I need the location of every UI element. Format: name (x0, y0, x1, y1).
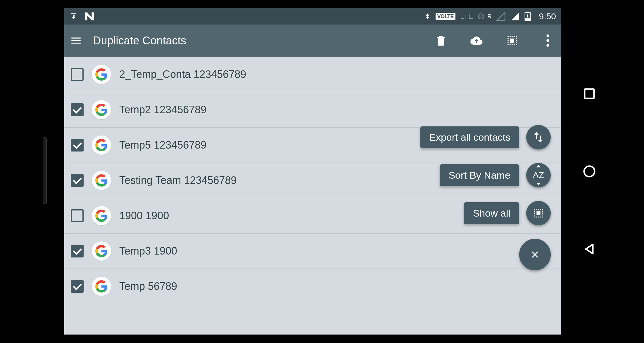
google-account-icon (92, 100, 111, 119)
n-icon (84, 12, 95, 20)
battery-charging-icon (524, 11, 531, 21)
contact-checkbox[interactable] (71, 245, 84, 257)
svg-point-8 (546, 44, 549, 47)
google-account-icon (92, 241, 111, 261)
svg-rect-9 (536, 211, 540, 215)
menu-button[interactable] (70, 34, 82, 47)
lte-indicator: LTE (460, 12, 473, 20)
home-button[interactable] (582, 164, 596, 178)
svg-point-11 (584, 166, 595, 177)
contact-label: Temp3 1900 (119, 245, 177, 257)
contact-row[interactable]: Temp2 123456789 (64, 92, 561, 127)
sort-by-name-button[interactable]: Sort By Name (440, 164, 519, 186)
google-account-icon (92, 206, 111, 225)
overflow-menu-button[interactable] (540, 32, 556, 49)
contact-row[interactable]: Temp 56789 (64, 269, 561, 304)
contact-label: 2_Temp_Conta 123456789 (119, 68, 246, 81)
export-fab[interactable] (526, 125, 551, 149)
fab-menu: Export all contacts Sort By Name AZ Show… (420, 125, 551, 270)
sort-az-icon: AZ (533, 170, 544, 180)
device-speaker (43, 137, 47, 204)
volte-badge: VOLTE (436, 13, 455, 20)
svg-rect-4 (525, 18, 530, 21)
google-account-icon (92, 135, 111, 155)
bluetooth-icon (424, 11, 431, 21)
download-icon (70, 12, 78, 20)
svg-point-6 (546, 34, 549, 37)
contact-checkbox[interactable] (71, 280, 84, 293)
roaming-indicator: R (487, 13, 491, 20)
svg-point-7 (546, 39, 549, 42)
back-button[interactable] (582, 242, 596, 256)
google-account-icon (92, 171, 111, 190)
signal-empty-icon (496, 12, 506, 21)
export-all-button[interactable]: Export all contacts (420, 126, 519, 148)
contact-checkbox[interactable] (71, 103, 84, 116)
contact-checkbox[interactable] (71, 139, 84, 152)
contact-label: 1900 1900 (119, 210, 169, 222)
status-bar: VOLTE LTE R 9:50 (64, 8, 561, 25)
svg-rect-5 (510, 39, 514, 43)
signal-full-icon (510, 12, 520, 21)
contact-row[interactable]: 2_Temp_Conta 123456789 (64, 57, 561, 92)
delete-button[interactable] (433, 32, 449, 49)
recents-button[interactable] (582, 87, 596, 101)
google-account-icon (92, 277, 111, 296)
contact-checkbox[interactable] (71, 209, 84, 222)
svg-rect-3 (526, 12, 529, 13)
contact-label: Temp 56789 (119, 280, 177, 292)
contact-checkbox[interactable] (71, 68, 84, 81)
google-account-icon (92, 65, 111, 84)
system-nav-bar (570, 8, 609, 335)
sort-fab[interactable]: AZ (526, 163, 551, 187)
close-fab[interactable] (519, 239, 551, 270)
contact-label: Testing Team 123456789 (119, 174, 237, 187)
contact-checkbox[interactable] (71, 174, 84, 187)
svg-line-1 (479, 15, 483, 18)
contact-label: Temp2 123456789 (119, 104, 206, 116)
cloud-upload-button[interactable] (468, 32, 485, 49)
no-signal-icon (478, 13, 484, 20)
show-all-button[interactable]: Show all (464, 202, 519, 224)
app-bar: Duplicate Contacts (64, 25, 561, 57)
show-all-fab[interactable] (526, 201, 551, 225)
contact-label: Temp5 123456789 (119, 139, 206, 151)
page-title: Duplicate Contacts (93, 34, 413, 47)
status-clock: 9:50 (539, 11, 556, 21)
svg-rect-10 (585, 89, 594, 98)
select-all-button[interactable] (504, 32, 520, 49)
